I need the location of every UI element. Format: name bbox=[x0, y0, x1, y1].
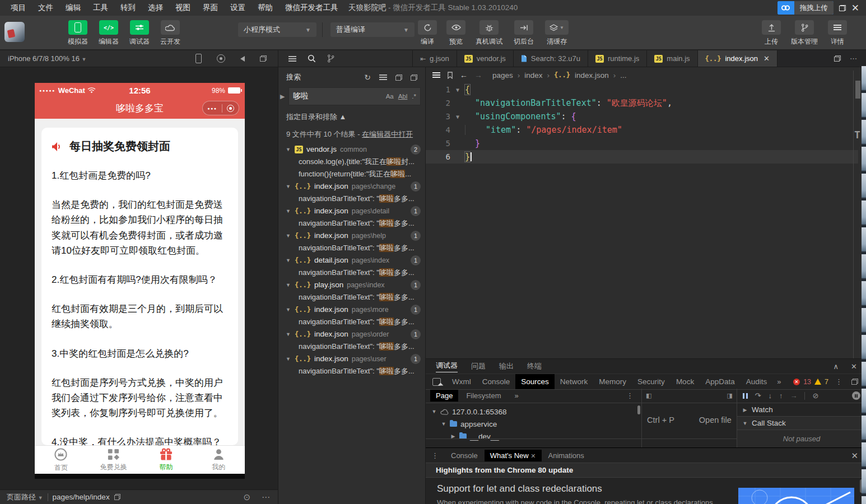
bookmark-icon[interactable] bbox=[447, 72, 453, 79]
tabbar-help[interactable]: 帮助 bbox=[140, 446, 193, 474]
result-match[interactable]: navigationBarTitleText": "哆啦多多... bbox=[278, 217, 425, 230]
window-close-button[interactable]: ✕ bbox=[851, 3, 859, 13]
close-drawer-icon[interactable]: ✕ bbox=[851, 451, 858, 460]
devtools-tab-memory[interactable]: Memory bbox=[593, 374, 632, 389]
menu-item-project[interactable]: 项目 bbox=[4, 0, 32, 16]
close-panel-icon[interactable]: ✕ bbox=[851, 362, 857, 371]
tab-debugger[interactable]: 调试器 bbox=[436, 361, 458, 372]
project-avatar[interactable] bbox=[4, 22, 25, 42]
breadcrumb[interactable]: pages› index› {..} index.json› ... bbox=[492, 71, 627, 80]
git-branch-icon[interactable] bbox=[327, 54, 334, 63]
more-icon[interactable]: ⋯ bbox=[262, 492, 271, 502]
result-match[interactable]: navigationBarTitleText": "哆啦多多... bbox=[278, 340, 425, 353]
eye-icon[interactable]: ⊙ bbox=[243, 492, 250, 502]
menu-item-settings[interactable]: 设置 bbox=[224, 0, 252, 16]
result-match[interactable]: navigationBarTitleText": "哆啦多多... bbox=[278, 291, 425, 304]
deactivate-breakpoints-icon[interactable]: ⊘ bbox=[812, 391, 818, 400]
copy-path-icon[interactable] bbox=[114, 494, 120, 500]
warning-count[interactable]: 7 bbox=[825, 378, 828, 386]
menu-item-edit[interactable]: 编辑 bbox=[59, 0, 87, 16]
more-tabs-icon[interactable]: » bbox=[509, 390, 524, 402]
upload-button[interactable]: 上传 bbox=[760, 20, 783, 46]
mode-select[interactable]: 小程序模式 ▼ bbox=[238, 22, 316, 37]
match-case-icon[interactable]: Aa bbox=[386, 93, 394, 100]
step-over-icon[interactable]: ↷ bbox=[755, 391, 761, 400]
result-match[interactable]: navigationBarTitleText": "哆啦多多... bbox=[278, 267, 425, 279]
clear-results-icon[interactable] bbox=[379, 74, 387, 80]
result-file[interactable]: ▼{..} index.jsonpages\more 1 bbox=[278, 304, 425, 316]
menu-item-select[interactable]: 选择 bbox=[142, 0, 169, 16]
sidebar-menu-icon[interactable]: ⋮ bbox=[626, 391, 637, 400]
menu-item-interface[interactable]: 界面 bbox=[197, 0, 224, 16]
result-file[interactable]: ▼{..} detail.jsonpages\index 1 bbox=[278, 254, 425, 267]
search-filter-toggle[interactable]: 指定目录和排除 ▲ bbox=[278, 105, 425, 122]
drawer-tab-whats-new[interactable]: What's New ✕ bbox=[485, 450, 542, 461]
menu-item-devtools[interactable]: 微信开发者工具 bbox=[279, 0, 344, 16]
compile-mode-select[interactable]: 普通编译 ▼ bbox=[330, 22, 415, 37]
mute-icon[interactable] bbox=[240, 56, 245, 62]
fold-icon[interactable]: ▼ bbox=[450, 114, 465, 120]
devtools-tab-network[interactable]: Network bbox=[555, 374, 594, 389]
refresh-icon[interactable]: ↻ bbox=[364, 73, 371, 82]
tab-main-js[interactable]: JS main.js bbox=[647, 50, 697, 67]
tree-item-dev[interactable]: ▶ __dev__ bbox=[426, 430, 641, 442]
rotate-device-icon[interactable] bbox=[195, 54, 202, 63]
menu-item-file[interactable]: 文件 bbox=[32, 0, 59, 16]
split-editor-icon[interactable] bbox=[834, 55, 841, 62]
article-image[interactable] bbox=[738, 488, 854, 504]
tabbar-redeem[interactable]: 免费兑换 bbox=[87, 446, 140, 474]
menu-item-goto[interactable]: 转到 bbox=[114, 0, 142, 16]
tab-g-json[interactable]: ⇤ g.json bbox=[413, 50, 457, 67]
result-file[interactable]: ▼{..} index.jsonpages\detail 1 bbox=[278, 205, 425, 217]
devtools-tab-wxml[interactable]: Wxml bbox=[446, 374, 477, 389]
editor-toggle-button[interactable]: </> 编辑器 bbox=[96, 20, 122, 46]
scrollbar-thumb[interactable] bbox=[637, 405, 640, 414]
devtools-tab-mock[interactable]: Mock bbox=[671, 374, 700, 389]
call-stack-section[interactable]: ▼Call Stack bbox=[737, 417, 866, 430]
result-file[interactable]: ▼{..} index.jsonpages\user 1 bbox=[278, 353, 425, 365]
next-file-icon[interactable]: ◨ bbox=[727, 392, 733, 399]
preview-button[interactable]: 预览 bbox=[444, 20, 468, 46]
devtools-tab-appdata[interactable]: AppData bbox=[700, 374, 741, 389]
error-count[interactable]: 13 bbox=[803, 378, 811, 386]
devtools-tab-audits[interactable]: Audits bbox=[741, 374, 773, 389]
open-in-editor-link[interactable]: 在编辑器中打开 bbox=[362, 130, 413, 138]
tab-runtime-js[interactable]: JS runtime.js bbox=[588, 50, 647, 67]
result-file[interactable]: ▼{..} index.jsonpages\change 1 bbox=[278, 180, 425, 193]
tab-search-editor[interactable]: Search: 32.u7u bbox=[514, 50, 588, 67]
switch-background-button[interactable]: 切后台 bbox=[510, 20, 537, 46]
file-list-icon[interactable] bbox=[288, 56, 296, 62]
result-match[interactable]: console.log(e),{title:"我正在哆啦封... bbox=[278, 156, 425, 168]
compile-button[interactable]: 编译 bbox=[416, 20, 439, 46]
undock-icon[interactable] bbox=[851, 379, 858, 385]
collapse-panel-icon[interactable]: ∧ bbox=[834, 362, 839, 371]
menu-item-help[interactable]: 帮助 bbox=[252, 0, 279, 16]
simulator-toggle-button[interactable]: 模拟器 bbox=[65, 20, 91, 46]
clear-cache-button[interactable]: ▼ 清缓存 bbox=[542, 20, 571, 46]
tab-problems[interactable]: 问题 bbox=[471, 361, 486, 371]
tab-output[interactable]: 输出 bbox=[499, 361, 514, 371]
popout-simulator-icon[interactable] bbox=[260, 55, 267, 62]
result-match[interactable]: function(){return{title:"我正在哆啦... bbox=[278, 168, 425, 180]
tabbar-profile[interactable]: 我的 bbox=[192, 446, 245, 474]
drawer-menu-icon[interactable]: ⋮ bbox=[431, 451, 439, 460]
sources-tab-page[interactable]: Page bbox=[430, 390, 458, 402]
cloud-dev-button[interactable]: 云开发 bbox=[157, 20, 183, 46]
regex-icon[interactable]: .* bbox=[412, 93, 416, 100]
forward-icon[interactable]: → bbox=[474, 71, 482, 80]
result-file[interactable]: ▼{..} index.jsonpages\order 1 bbox=[278, 328, 425, 340]
expand-search-icon[interactable]: ▶ bbox=[280, 93, 287, 100]
sources-tab-filesystem[interactable]: Filesystem bbox=[460, 390, 506, 402]
devtools-tab-sources[interactable]: Sources bbox=[515, 374, 555, 389]
capsule-menu[interactable]: ●●● bbox=[202, 101, 239, 115]
capsule-more-icon[interactable]: ●●● bbox=[207, 106, 217, 110]
watch-section[interactable]: ▶Watch bbox=[737, 403, 866, 417]
page-path-label[interactable]: 页面路径 ▼ bbox=[7, 492, 43, 502]
step-icon[interactable]: → bbox=[790, 391, 797, 400]
menu-item-view[interactable]: 视图 bbox=[169, 0, 197, 16]
outline-icon[interactable] bbox=[432, 72, 440, 78]
result-file[interactable]: ▼{..} index.jsonpages\help 1 bbox=[278, 230, 425, 242]
result-match[interactable]: navigationBarTitleText": "哆啦多多... bbox=[278, 316, 425, 328]
code-area[interactable]: 1▼{ 2"navigationBarTitleText": "欧皇源码论坛",… bbox=[426, 83, 866, 164]
close-tab-icon[interactable]: ✕ bbox=[763, 54, 770, 63]
